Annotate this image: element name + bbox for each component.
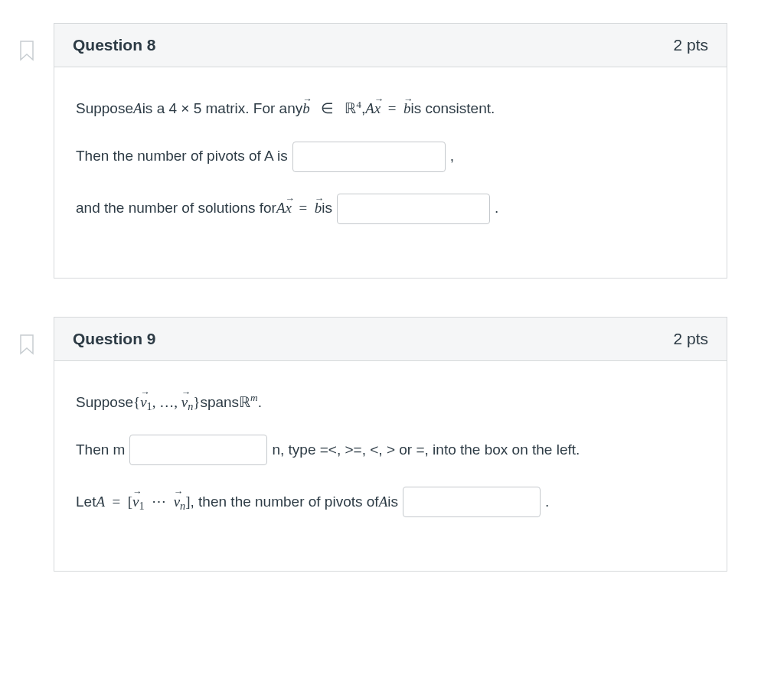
question-8-title: Question 8	[73, 36, 156, 54]
q8-line-2: Then the number of pivots of A is ,	[76, 142, 705, 172]
question-9-title: Question 9	[73, 330, 156, 348]
question-8-row: Question 8 2 pts Suppose A is a 4 × 5 ma…	[0, 23, 784, 279]
question-8-card: Question 8 2 pts Suppose A is a 4 × 5 ma…	[54, 23, 727, 279]
q9-line-1: Suppose {v1, …, vn} spans ℝm .	[76, 392, 705, 414]
question-9-points: 2 pts	[673, 330, 708, 348]
q8-line-3: and the number of solutions for Ax = b i…	[76, 194, 705, 224]
question-9-card: Question 9 2 pts Suppose {v1, …, vn} spa…	[54, 317, 727, 572]
flag-column	[0, 23, 54, 61]
q9-pivots-input[interactable]	[403, 487, 541, 517]
q8-pivots-input[interactable]	[292, 142, 446, 172]
question-8-header: Question 8 2 pts	[54, 24, 727, 67]
bookmark-icon[interactable]	[18, 40, 36, 61]
bookmark-icon[interactable]	[18, 334, 36, 355]
question-9-row: Question 9 2 pts Suppose {v1, …, vn} spa…	[0, 317, 784, 572]
q8-line-1: Suppose A is a 4 × 5 matrix. For any b ∈…	[76, 98, 705, 120]
question-8-points: 2 pts	[673, 36, 708, 54]
question-9-header: Question 9 2 pts	[54, 318, 727, 361]
question-8-body: Suppose A is a 4 × 5 matrix. For any b ∈…	[54, 67, 727, 278]
q9-line-2: Then m n, type =<, >=, <, > or =, into t…	[76, 435, 705, 465]
flag-column	[0, 317, 54, 355]
question-9-body: Suppose {v1, …, vn} spans ℝm . Then m n,…	[54, 361, 727, 572]
q9-relation-input[interactable]	[129, 435, 267, 465]
q9-line-3: Let A = [v1 ⋯ vn] , then the number of p…	[76, 487, 705, 517]
q8-solutions-input[interactable]	[337, 194, 490, 224]
